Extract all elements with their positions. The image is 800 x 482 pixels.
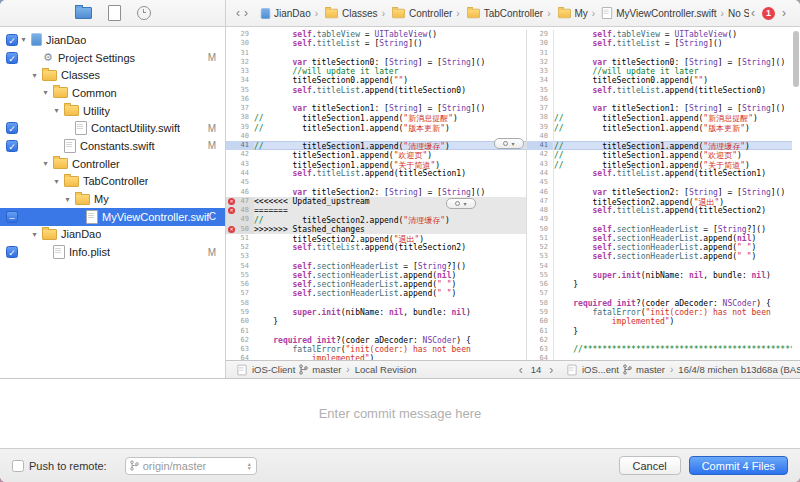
jumpbar-right[interactable]: iOS...ent master › 16/4/8 michen b13d68a… [564,363,800,377]
file-checkbox[interactable]: ✓ [6,246,18,258]
code-line[interactable] [554,336,792,345]
code-line[interactable] [554,95,792,104]
code-line[interactable] [254,178,526,187]
code-line[interactable]: titleSection0.append("") [554,76,792,85]
code-line[interactable]: self.tableView = UITableView() [554,30,792,39]
file-checkbox[interactable]: ✓ [6,34,18,46]
push-checkbox[interactable] [12,460,24,472]
code-line[interactable]: super.init(nibName: nil, bundle: nil) [254,308,526,317]
code-line[interactable] [554,215,792,224]
code-line[interactable]: implemented") [554,317,792,326]
code-line[interactable]: super.init(nibName: nil, bundle: nil) [554,271,792,280]
code-line[interactable]: var titleSection2: [String] = [String]() [554,188,792,197]
jumpbar-revision[interactable]: Local Revision [355,364,417,375]
code-line[interactable]: self.titleList.append(titleSection0) [254,86,526,95]
code-line[interactable]: // titleSection1.append("清理缓存") [254,141,526,150]
code-line[interactable]: var titleSection0: [String] = [String]() [254,58,526,67]
sidebar-item-classes[interactable]: ▾Classes [0,66,225,84]
code-line[interactable]: self.titleList = [String]() [254,39,526,48]
left-code-pane[interactable]: self.tableView = UITableView() self.titl… [254,30,526,360]
code-line[interactable] [554,178,792,187]
back-button[interactable]: ‹ [234,7,242,19]
code-line[interactable] [254,252,526,261]
sidebar-item-my[interactable]: ▾My [0,190,225,208]
navigator-clock-icon[interactable] [137,6,151,20]
code-line[interactable]: // titleSection1.append("版本更新") [254,123,526,132]
breadcrumb-item[interactable]: Classes [342,8,378,19]
code-line[interactable] [254,299,526,308]
code-line[interactable]: titleSection2.append("退出") [554,197,792,206]
file-checkbox[interactable]: ✓ [6,140,18,152]
breadcrumb-item[interactable]: JianDao [274,8,311,19]
breadcrumb-item[interactable]: My [575,8,588,19]
sidebar-item-info-plist[interactable]: ✓Info.plistM [0,243,225,261]
code-line[interactable] [254,327,526,336]
right-code-pane[interactable]: self.tableView = UITableView() self.titl… [554,30,792,360]
sidebar-item-controller[interactable]: ▾Controller [0,155,225,173]
sidebar-item-constants-swift[interactable]: ✓Constants.swiftM [0,137,225,155]
code-line[interactable]: self.sectionHeaderList.append(" ") [554,252,792,261]
code-line[interactable] [254,49,526,58]
code-line[interactable]: self.titleList.append(titleSection0) [554,86,792,95]
code-line[interactable]: ======= [254,206,526,215]
code-line[interactable]: } [554,280,792,289]
jumpbar-file-name[interactable]: iOS...ent [582,364,619,375]
code-line[interactable]: required init?(coder aDecoder: NSCoder) … [554,299,792,308]
navigator-folder-icon[interactable] [75,7,92,19]
code-line[interactable] [554,49,792,58]
next-diff-button[interactable]: › [547,364,555,376]
code-line[interactable]: self.sectionHeaderList = [String?]() [254,262,526,271]
scrollbar-thumb[interactable] [793,31,799,87]
code-line[interactable]: self.titleList.append(titleSection1) [554,169,792,178]
code-line[interactable]: } [254,317,526,326]
jumpbar-branch[interactable]: master [312,364,341,375]
code-line[interactable]: //will update it later [554,67,792,76]
code-line[interactable]: var titleSection1: [String] = [String]() [254,104,526,113]
jumpbar-file-name[interactable]: iOS-Client [252,364,295,375]
code-line[interactable] [554,262,792,271]
file-checkbox[interactable]: ✓ [6,122,18,134]
code-line[interactable]: // titleSection1.append("版本更新") [554,123,792,132]
breadcrumb-item[interactable]: Controller [409,8,452,19]
sidebar-item-myviewcontroller-swift[interactable]: –MyViewController.swiftC [0,208,225,226]
sidebar-item-jiandao[interactable]: ✓▾JianDao [0,31,225,49]
code-line[interactable]: self.sectionHeaderList.append(" ") [554,243,792,252]
code-line[interactable]: // titleSection1.append("欢迎页") [554,150,792,159]
code-line[interactable]: //will update it later [254,67,526,76]
code-line[interactable]: var titleSection0: [String] = [String]() [554,58,792,67]
disclosure-triangle-icon[interactable]: ▾ [51,106,62,115]
code-line[interactable]: //**************************************… [554,345,792,354]
merge-options-pill[interactable]: ▾ [494,138,524,149]
code-line[interactable] [554,132,792,141]
code-line[interactable]: fatalError("init(coder:) has not been [554,308,792,317]
code-line[interactable]: <<<<<<< Updated_upstream [254,197,526,206]
code-line[interactable]: // titleSection1.append("关于简道") [554,160,792,169]
commit-button[interactable]: Commit 4 Files [689,456,788,475]
code-line[interactable]: self.sectionHeaderList.append(nil) [254,271,526,280]
code-line[interactable]: fatalError("init(coder:) has not been [254,345,526,354]
code-line[interactable]: // titleSection2.append("清理缓存") [254,215,526,224]
disclosure-triangle-icon[interactable]: ▾ [40,88,51,97]
code-line[interactable]: self.titleList.append(titleSection2) [254,243,526,252]
code-line[interactable]: titleSection1.append("关于简道") [254,160,526,169]
jumpbar-revision[interactable]: 16/4/8 michen b13d68a (BASE, HEAD) [678,364,800,375]
conflict-count-badge[interactable]: 1 [762,7,775,20]
remote-branch-select[interactable]: origin/master ▲▼ [125,457,257,475]
breadcrumb-item[interactable]: TabController [484,8,543,19]
code-line[interactable] [254,132,526,141]
disclosure-triangle-icon[interactable]: ▾ [29,230,40,239]
next-issue-button[interactable]: › [780,7,788,19]
code-line[interactable]: >>>>>>> Stashed_changes [254,225,526,234]
code-line[interactable]: self.titleList = [String]() [554,39,792,48]
conflict-icon[interactable]: ✕ [228,198,235,205]
breadcrumb-item[interactable]: No Selection [728,8,749,19]
code-line[interactable]: // titleSection1.append("新消息提醒") [254,113,526,122]
code-line[interactable]: // titleSection1.append("清理缓存") [554,141,792,150]
code-line[interactable]: } [554,327,792,336]
disclosure-triangle-icon[interactable]: ▾ [62,195,73,204]
cancel-button[interactable]: Cancel [619,456,681,475]
prev-diff-button[interactable]: ‹ [517,364,525,376]
code-line[interactable]: self.sectionHeaderList.append(" ") [254,289,526,298]
code-line[interactable] [554,289,792,298]
forward-button[interactable]: › [242,7,250,19]
